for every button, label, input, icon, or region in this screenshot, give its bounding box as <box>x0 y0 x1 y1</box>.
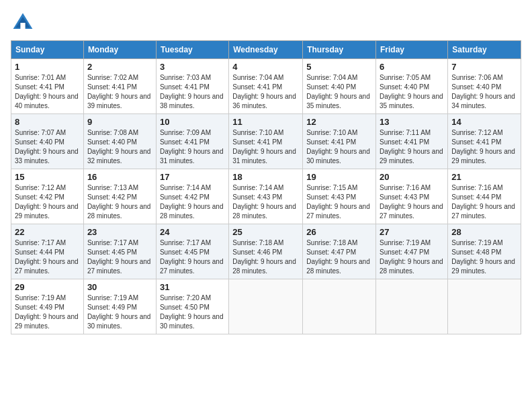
day-number: 5 <box>306 62 372 72</box>
day-info: Sunrise: 7:16 AM Sunset: 4:44 PM Dayligh… <box>451 183 517 221</box>
day-number: 10 <box>160 117 225 127</box>
calendar-cell: 18 Sunrise: 7:14 AM Sunset: 4:43 PM Dayl… <box>229 169 303 224</box>
calendar-cell: 21 Sunrise: 7:16 AM Sunset: 4:44 PM Dayl… <box>448 169 521 224</box>
day-info: Sunrise: 7:06 AM Sunset: 4:40 PM Dayligh… <box>451 73 517 111</box>
day-number: 4 <box>232 62 299 72</box>
day-info: Sunrise: 7:18 AM Sunset: 4:47 PM Dayligh… <box>306 238 372 276</box>
calendar-cell: 1 Sunrise: 7:01 AM Sunset: 4:41 PM Dayli… <box>11 59 84 114</box>
day-number: 13 <box>380 117 444 127</box>
day-info: Sunrise: 7:03 AM Sunset: 4:41 PM Dayligh… <box>160 73 225 111</box>
day-info: Sunrise: 7:12 AM Sunset: 4:41 PM Dayligh… <box>451 128 517 166</box>
calendar-cell: 5 Sunrise: 7:04 AM Sunset: 4:40 PM Dayli… <box>303 59 376 114</box>
calendar-cell: 17 Sunrise: 7:14 AM Sunset: 4:42 PM Dayl… <box>156 169 228 224</box>
logo-icon <box>11 11 35 35</box>
day-info: Sunrise: 7:19 AM Sunset: 4:47 PM Dayligh… <box>380 238 444 276</box>
calendar-cell: 4 Sunrise: 7:04 AM Sunset: 4:41 PM Dayli… <box>229 59 303 114</box>
day-info: Sunrise: 7:18 AM Sunset: 4:46 PM Dayligh… <box>232 238 299 276</box>
day-info: Sunrise: 7:04 AM Sunset: 4:40 PM Dayligh… <box>306 73 372 111</box>
day-number: 23 <box>87 227 152 237</box>
day-number: 28 <box>451 227 517 237</box>
day-info: Sunrise: 7:12 AM Sunset: 4:42 PM Dayligh… <box>15 183 80 221</box>
calendar-cell: 7 Sunrise: 7:06 AM Sunset: 4:40 PM Dayli… <box>448 59 521 114</box>
calendar-cell: 23 Sunrise: 7:17 AM Sunset: 4:45 PM Dayl… <box>83 224 156 279</box>
day-info: Sunrise: 7:08 AM Sunset: 4:40 PM Dayligh… <box>87 128 152 166</box>
calendar-header-thursday: Thursday <box>303 41 376 59</box>
day-number: 6 <box>380 62 444 72</box>
calendar-cell <box>376 279 448 334</box>
calendar-cell: 31 Sunrise: 7:20 AM Sunset: 4:50 PM Dayl… <box>156 279 228 334</box>
calendar-cell: 30 Sunrise: 7:19 AM Sunset: 4:49 PM Dayl… <box>83 279 156 334</box>
calendar-cell: 13 Sunrise: 7:11 AM Sunset: 4:41 PM Dayl… <box>376 114 448 169</box>
day-info: Sunrise: 7:10 AM Sunset: 4:41 PM Dayligh… <box>306 128 372 166</box>
day-info: Sunrise: 7:13 AM Sunset: 4:42 PM Dayligh… <box>87 183 152 221</box>
calendar-header-monday: Monday <box>83 41 156 59</box>
calendar-cell <box>448 279 521 334</box>
day-number: 29 <box>15 282 80 292</box>
day-info: Sunrise: 7:20 AM Sunset: 4:50 PM Dayligh… <box>160 293 225 331</box>
day-number: 9 <box>87 117 152 127</box>
calendar-cell: 12 Sunrise: 7:10 AM Sunset: 4:41 PM Dayl… <box>303 114 376 169</box>
day-info: Sunrise: 7:19 AM Sunset: 4:49 PM Dayligh… <box>15 293 80 331</box>
day-number: 30 <box>87 282 152 292</box>
calendar-cell: 29 Sunrise: 7:19 AM Sunset: 4:49 PM Dayl… <box>11 279 84 334</box>
day-number: 1 <box>15 62 80 72</box>
day-number: 11 <box>232 117 299 127</box>
calendar-table: SundayMondayTuesdayWednesdayThursdayFrid… <box>11 40 521 334</box>
day-number: 27 <box>380 227 444 237</box>
day-info: Sunrise: 7:17 AM Sunset: 4:44 PM Dayligh… <box>15 238 80 276</box>
calendar-cell: 26 Sunrise: 7:18 AM Sunset: 4:47 PM Dayl… <box>303 224 376 279</box>
day-number: 3 <box>160 62 225 72</box>
day-number: 16 <box>87 172 152 182</box>
day-info: Sunrise: 7:11 AM Sunset: 4:41 PM Dayligh… <box>380 128 444 166</box>
calendar-cell <box>303 279 376 334</box>
calendar-cell: 10 Sunrise: 7:09 AM Sunset: 4:41 PM Dayl… <box>156 114 228 169</box>
day-info: Sunrise: 7:17 AM Sunset: 4:45 PM Dayligh… <box>87 238 152 276</box>
logo <box>11 11 38 35</box>
day-number: 7 <box>451 62 517 72</box>
calendar-header-row: SundayMondayTuesdayWednesdayThursdayFrid… <box>11 41 521 59</box>
day-number: 14 <box>451 117 517 127</box>
calendar-cell: 9 Sunrise: 7:08 AM Sunset: 4:40 PM Dayli… <box>83 114 156 169</box>
calendar-cell: 20 Sunrise: 7:16 AM Sunset: 4:43 PM Dayl… <box>376 169 448 224</box>
day-number: 18 <box>232 172 299 182</box>
calendar-week-row: 1 Sunrise: 7:01 AM Sunset: 4:41 PM Dayli… <box>11 59 521 114</box>
calendar-cell: 27 Sunrise: 7:19 AM Sunset: 4:47 PM Dayl… <box>376 224 448 279</box>
calendar-header-saturday: Saturday <box>448 41 521 59</box>
calendar-week-row: 29 Sunrise: 7:19 AM Sunset: 4:49 PM Dayl… <box>11 279 521 334</box>
day-number: 20 <box>380 172 444 182</box>
day-info: Sunrise: 7:01 AM Sunset: 4:41 PM Dayligh… <box>15 73 80 111</box>
day-number: 17 <box>160 172 225 182</box>
day-number: 26 <box>306 227 372 237</box>
day-number: 22 <box>15 227 80 237</box>
day-info: Sunrise: 7:14 AM Sunset: 4:43 PM Dayligh… <box>232 183 299 221</box>
day-number: 12 <box>306 117 372 127</box>
calendar-cell: 3 Sunrise: 7:03 AM Sunset: 4:41 PM Dayli… <box>156 59 228 114</box>
svg-rect-2 <box>20 23 25 29</box>
day-info: Sunrise: 7:16 AM Sunset: 4:43 PM Dayligh… <box>380 183 444 221</box>
day-info: Sunrise: 7:05 AM Sunset: 4:40 PM Dayligh… <box>380 73 444 111</box>
calendar-week-row: 8 Sunrise: 7:07 AM Sunset: 4:40 PM Dayli… <box>11 114 521 169</box>
day-number: 2 <box>87 62 152 72</box>
calendar-header-friday: Friday <box>376 41 448 59</box>
day-info: Sunrise: 7:19 AM Sunset: 4:48 PM Dayligh… <box>451 238 517 276</box>
calendar-cell: 14 Sunrise: 7:12 AM Sunset: 4:41 PM Dayl… <box>448 114 521 169</box>
calendar-cell: 6 Sunrise: 7:05 AM Sunset: 4:40 PM Dayli… <box>376 59 448 114</box>
day-number: 21 <box>451 172 517 182</box>
day-info: Sunrise: 7:15 AM Sunset: 4:43 PM Dayligh… <box>306 183 372 221</box>
calendar-cell: 24 Sunrise: 7:17 AM Sunset: 4:45 PM Dayl… <box>156 224 228 279</box>
day-info: Sunrise: 7:07 AM Sunset: 4:40 PM Dayligh… <box>15 128 80 166</box>
calendar-header-sunday: Sunday <box>11 41 84 59</box>
calendar-cell: 16 Sunrise: 7:13 AM Sunset: 4:42 PM Dayl… <box>83 169 156 224</box>
calendar-cell: 8 Sunrise: 7:07 AM Sunset: 4:40 PM Dayli… <box>11 114 84 169</box>
day-number: 15 <box>15 172 80 182</box>
calendar-cell: 25 Sunrise: 7:18 AM Sunset: 4:46 PM Dayl… <box>229 224 303 279</box>
day-number: 8 <box>15 117 80 127</box>
day-number: 31 <box>160 282 225 292</box>
calendar-header-tuesday: Tuesday <box>156 41 228 59</box>
calendar-cell: 28 Sunrise: 7:19 AM Sunset: 4:48 PM Dayl… <box>448 224 521 279</box>
day-info: Sunrise: 7:17 AM Sunset: 4:45 PM Dayligh… <box>160 238 225 276</box>
page-header <box>11 11 521 35</box>
day-info: Sunrise: 7:10 AM Sunset: 4:41 PM Dayligh… <box>232 128 299 166</box>
day-info: Sunrise: 7:04 AM Sunset: 4:41 PM Dayligh… <box>232 73 299 111</box>
calendar-cell: 2 Sunrise: 7:02 AM Sunset: 4:41 PM Dayli… <box>83 59 156 114</box>
